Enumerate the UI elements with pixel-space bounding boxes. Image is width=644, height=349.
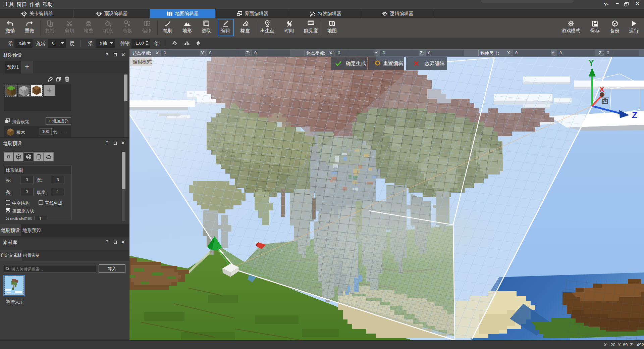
svg-text:Z: Z bbox=[632, 110, 637, 120]
svg-text:西: 西 bbox=[601, 97, 609, 105]
svg-text:X: X bbox=[599, 85, 604, 94]
svg-text:Y: Y bbox=[588, 58, 594, 68]
